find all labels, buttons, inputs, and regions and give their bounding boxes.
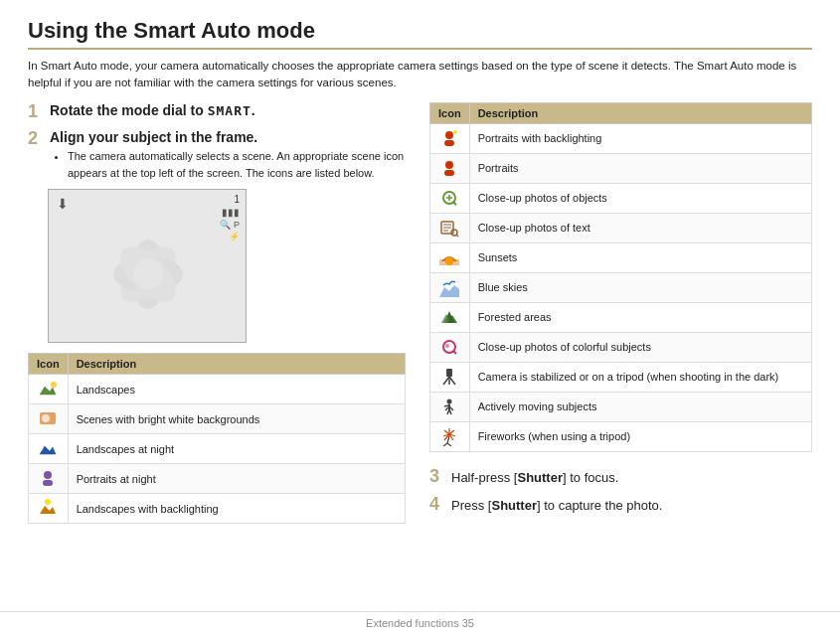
scene-icon <box>438 217 460 239</box>
left-table-row: Landscapes <box>29 375 406 404</box>
right-desc-cell: Portraits <box>469 153 811 183</box>
svg-marker-33 <box>439 285 459 297</box>
left-desc-cell: Scenes with bright white backgrounds <box>68 404 405 434</box>
left-icon-cell <box>29 464 69 494</box>
scene-icon <box>37 407 59 429</box>
svg-point-6 <box>51 382 57 388</box>
right-table-row: Portraits <box>430 153 812 183</box>
step-1-title: Rotate the mode dial to SMART. <box>50 102 406 118</box>
svg-rect-16 <box>444 140 454 146</box>
right-icon-cell <box>430 213 470 242</box>
right-icon-cell <box>430 153 470 183</box>
svg-point-31 <box>445 257 453 265</box>
scene-icon <box>438 187 460 209</box>
right-icon-cell <box>430 332 470 362</box>
scene-icon <box>37 467 59 489</box>
step-2-bullet-1: The camera automatically selects a scene… <box>68 148 406 181</box>
right-desc-cell: Close-up photos of text <box>469 213 811 242</box>
step-3-text: Half-press [Shutter] to focus. <box>451 470 618 485</box>
step-4-text: Press [Shutter] to capture the photo. <box>451 498 662 513</box>
step-4-num: 4 <box>429 494 445 515</box>
right-table-row: Forested areas <box>430 302 812 332</box>
svg-point-4 <box>133 259 163 289</box>
svg-marker-5 <box>40 387 56 395</box>
scene-icon <box>438 366 460 388</box>
step-1-num: 1 <box>28 102 44 122</box>
svg-point-14 <box>45 499 51 505</box>
scene-icon <box>438 246 460 268</box>
step-2: 2 Align your subject in the frame. The c… <box>28 129 406 181</box>
step-3: 3 Half-press [Shutter] to focus. <box>429 466 812 487</box>
right-icon-cell <box>430 123 470 153</box>
svg-rect-9 <box>38 438 58 458</box>
right-table-row: Actively moving subjects <box>430 392 812 421</box>
svg-point-8 <box>42 414 50 422</box>
scene-icon <box>438 127 460 149</box>
right-icon-cell <box>430 183 470 213</box>
svg-line-42 <box>449 377 455 385</box>
camera-flower-illustration <box>64 210 233 339</box>
left-desc-cell: Landscapes at night <box>68 434 405 464</box>
svg-marker-13 <box>40 506 56 514</box>
smart-mode-label: SMART <box>208 103 252 118</box>
scene-icon <box>438 306 460 328</box>
svg-point-17 <box>453 130 457 134</box>
right-table-header-icon: Icon <box>430 102 470 123</box>
left-table-row: Landscapes at night <box>29 434 406 464</box>
right-icon-cell <box>430 302 470 332</box>
left-desc-cell: Landscapes <box>68 375 405 404</box>
left-table-header-icon: Icon <box>29 354 69 375</box>
right-desc-cell: Fireworks (when using a tripod) <box>469 421 811 451</box>
svg-line-59 <box>447 436 449 443</box>
scene-icon <box>438 336 460 358</box>
right-desc-cell: Close-up photos of colorful subjects <box>469 332 811 362</box>
main-content: 1 Rotate the mode dial to SMART. 2 Align… <box>28 102 812 525</box>
right-icon-cell <box>430 421 470 451</box>
svg-line-50 <box>444 405 448 406</box>
right-desc-cell: Blue skies <box>469 272 811 302</box>
svg-point-39 <box>445 344 449 348</box>
right-desc-cell: Camera is stabilized or on a tripod (whe… <box>469 362 811 392</box>
right-desc-cell: Sunsets <box>469 242 811 272</box>
left-icon-cell <box>29 494 69 524</box>
left-table: Icon Description Landscapes Scenes with … <box>28 353 406 524</box>
left-icon-cell <box>29 434 69 464</box>
svg-line-53 <box>449 430 454 434</box>
left-table-row: Landscapes with backlighting <box>29 494 406 524</box>
right-table-row: Close-up photos of colorful subjects <box>430 332 812 362</box>
page-footer: Extended functions 35 <box>0 611 840 629</box>
scene-icon <box>37 497 59 519</box>
svg-line-49 <box>449 409 451 414</box>
svg-point-18 <box>445 161 453 169</box>
step-2-num: 2 <box>28 129 44 149</box>
page-container: Using the Smart Auto mode In Smart Auto … <box>0 0 840 639</box>
page-title: Using the Smart Auto mode <box>28 18 812 50</box>
svg-line-60 <box>443 443 447 446</box>
right-table-row: Portraits with backlighting <box>430 123 812 153</box>
right-table-row: Close-up photos of objects <box>430 183 812 213</box>
svg-point-15 <box>445 131 453 139</box>
bottom-steps: 3 Half-press [Shutter] to focus. 4 Press… <box>429 466 812 515</box>
svg-rect-40 <box>446 369 452 377</box>
right-table-row: Fireworks (when using a tripod) <box>430 421 812 451</box>
right-icon-cell <box>430 272 470 302</box>
svg-line-29 <box>457 235 459 237</box>
right-desc-cell: Close-up photos of objects <box>469 183 811 213</box>
right-table-row: Sunsets <box>430 242 812 272</box>
scene-icon <box>37 378 59 399</box>
right-icon-cell <box>430 392 470 421</box>
svg-marker-10 <box>40 446 56 454</box>
scene-icon <box>438 396 460 417</box>
step-1-text: Rotate the mode dial to <box>50 102 204 118</box>
scene-icon <box>438 425 460 447</box>
svg-line-61 <box>447 443 451 446</box>
intro-text: In Smart Auto mode, your camera automati… <box>28 58 812 92</box>
scene-icon <box>37 437 59 459</box>
left-table-row: Portraits at night <box>29 464 406 494</box>
right-icon-cell <box>430 242 470 272</box>
right-desc-cell: Forested areas <box>469 302 811 332</box>
step-3-num: 3 <box>429 466 445 487</box>
right-desc-cell: Actively moving subjects <box>469 392 811 421</box>
svg-line-58 <box>444 430 449 434</box>
step-4: 4 Press [Shutter] to capture the photo. <box>429 494 812 515</box>
